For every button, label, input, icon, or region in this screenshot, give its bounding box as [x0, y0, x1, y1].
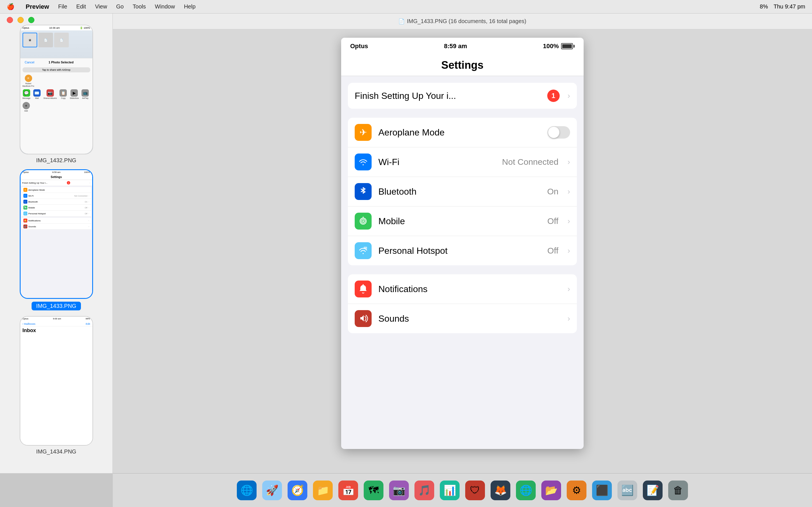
battery-fill: [562, 44, 572, 48]
mini-row-aeroplane: ✈ Aeroplane Mode: [22, 187, 91, 193]
share-app-label-photos: Shared Albums: [43, 97, 57, 99]
dock-terminal[interactable]: ⬛: [592, 481, 612, 500]
airplay-icon: 📺: [82, 89, 89, 97]
fullscreen-button[interactable]: [28, 17, 35, 23]
menu-help[interactable]: Help: [184, 3, 195, 10]
dock-files[interactable]: 📁: [313, 481, 333, 500]
cancel-button[interactable]: Cancel: [25, 61, 35, 64]
notifications-chevron: ›: [567, 284, 570, 293]
mini-row-wifi-text: Wi-Fi: [29, 194, 73, 197]
thumbnail-preview-1: Optus 10:36 am 🔋 100% 🖥 📄 📄 Cancel 1 Pho…: [20, 25, 93, 154]
thumbnail-3[interactable]: Optus 9:00 am 99% ‹ Mailboxes Edit Inbox…: [8, 316, 104, 455]
share-app-airplay[interactable]: 📺 AirPlay: [82, 89, 89, 99]
sounds-label: Sounds: [378, 314, 559, 324]
menu-edit[interactable]: Edit: [76, 3, 86, 10]
menu-go[interactable]: Go: [116, 3, 124, 10]
mini-row-notifications-text: Notifications: [29, 219, 87, 222]
mini-wifi-chevron: ›: [89, 194, 89, 197]
share-sheet-top: Cancel 1 Photo Selected: [20, 58, 93, 66]
share-app-label-airplay: AirPlay: [82, 97, 88, 99]
thumbnail-preview-3: Optus 9:00 am 99% ‹ Mailboxes Edit Inbox: [20, 316, 93, 446]
dock-firefox[interactable]: 🦊: [491, 481, 510, 500]
dock-chrome[interactable]: 🌐: [516, 481, 536, 500]
dock-filezilla[interactable]: 📂: [541, 481, 561, 500]
menu-tools[interactable]: Tools: [133, 3, 146, 10]
aeroplane-label: Aeroplane Mode: [378, 127, 541, 138]
wifi-row[interactable]: Wi-Fi Not Connected ›: [348, 147, 577, 177]
mini-icon-aeroplane: ✈: [23, 188, 28, 192]
share-app-slideshow[interactable]: ▶ Slideshow: [70, 89, 79, 99]
thumbnail-2[interactable]: Optus 8:59 am 100% Settings Finish Setti…: [8, 169, 104, 311]
menu-window[interactable]: Window: [155, 3, 175, 10]
share-app-add[interactable]: + Add: [22, 102, 30, 112]
share-contact-robert[interactable]: R Robert MacBook Pro: [22, 75, 35, 87]
dock-launchpad[interactable]: 🚀: [262, 481, 282, 500]
apple-menu[interactable]: 🍎: [7, 3, 14, 10]
aeroplane-row[interactable]: ✈ Aeroplane Mode: [348, 118, 577, 147]
mini-row-hotspot-value: Off: [85, 213, 87, 215]
mini-status-carrier: Optus: [22, 26, 29, 29]
share-app-photos[interactable]: 📷 Shared Albums: [43, 89, 57, 99]
share-app-copy[interactable]: 📋 Copy: [59, 89, 67, 99]
ios-battery-pct: 100%: [543, 43, 559, 50]
mini-edit-button[interactable]: Edit: [86, 323, 90, 325]
close-button[interactable]: [7, 17, 13, 23]
minimize-button[interactable]: [17, 17, 24, 23]
document-icon: 📄: [398, 18, 405, 24]
airdrop-section: Tap to share with AirDrop: [22, 67, 90, 72]
mini-status-time-1: 10:36 am: [49, 26, 60, 29]
dock: 🌐 🚀 🧭 📁 📅 🗺 📷 🎵 📊 🛡 🦊 🌐 📂 ⚙ ⬛ 🔤 📝 🗑: [113, 473, 812, 507]
window-title: 📄 IMG_1433.PNG (16 documents, 16 total p…: [398, 18, 526, 24]
mini-row-mobile-text: Mobile: [29, 207, 84, 209]
dock-photos[interactable]: 📷: [389, 481, 409, 500]
finish-setup-row[interactable]: Finish Setting Up Your i... 1 ›: [348, 83, 577, 109]
bluetooth-chevron: ›: [567, 187, 570, 196]
mini-hotspot-chevron: ›: [89, 212, 89, 215]
share-app-message[interactable]: 💬 Message: [22, 89, 31, 99]
message-icon: 💬: [23, 89, 30, 97]
menu-bar-time: Thu 9:47 pm: [774, 3, 805, 10]
mini-nav-title: Settings: [20, 174, 92, 180]
mini-back-button[interactable]: ‹ Mailboxes: [22, 323, 36, 325]
battery-bar: [561, 43, 574, 49]
thumbnail-label-3: IMG_1434.PNG: [36, 448, 76, 455]
aeroplane-toggle[interactable]: [548, 126, 570, 138]
share-app-mail[interactable]: ✉️ Mail: [33, 89, 41, 99]
wifi-chevron: ›: [567, 158, 570, 166]
mobile-icon: [355, 213, 371, 230]
notifications-row[interactable]: Notifications ›: [348, 274, 577, 304]
dock-trash[interactable]: 🗑: [668, 481, 688, 500]
dock-numbers[interactable]: 📊: [440, 481, 460, 500]
share-sheet-title: 1 Photo Selected: [49, 61, 73, 64]
dock-maps[interactable]: 🗺: [364, 481, 384, 500]
dock-music[interactable]: 🎵: [414, 481, 434, 500]
dock-calendar[interactable]: 📅: [338, 481, 358, 500]
contact-name: Robert: [26, 82, 31, 84]
bluetooth-row[interactable]: Bluetooth On ›: [348, 177, 577, 207]
dock-finder[interactable]: 🌐: [237, 481, 257, 500]
wifi-icon: [355, 154, 371, 170]
bluetooth-label: Bluetooth: [378, 186, 541, 197]
notifications-icon: [355, 281, 371, 297]
mini-battery-3: 99%: [86, 318, 90, 320]
hotspot-value: Off: [547, 246, 558, 256]
dock-appcleaner[interactable]: 🛡: [465, 481, 485, 500]
thumbnail-1[interactable]: Optus 10:36 am 🔋 100% 🖥 📄 📄 Cancel 1 Pho…: [8, 25, 104, 164]
sounds-row[interactable]: Sounds ›: [348, 304, 577, 333]
mini-status-bar-3: Optus 9:00 am 99%: [20, 317, 93, 321]
share-app-label-mail: Mail: [35, 97, 39, 99]
dock-notes[interactable]: 📝: [643, 481, 663, 500]
wifi-value: Not Connected: [502, 157, 559, 167]
hotspot-row[interactable]: Personal Hotspot Off ›: [348, 236, 577, 265]
mini-finish-chevron: ›: [90, 182, 91, 184]
menu-bar: 🍎 Preview File Edit View Go Tools Window…: [0, 0, 812, 13]
dock-font-book[interactable]: 🔤: [617, 481, 637, 500]
menu-view[interactable]: View: [95, 3, 107, 10]
mobile-row[interactable]: Mobile Off ›: [348, 207, 577, 236]
mini-row-bluetooth: ⬡ Bluetooth On ›: [22, 199, 91, 205]
mini-inbox-screen: Optus 9:00 am 99% ‹ Mailboxes Edit Inbox: [20, 317, 93, 445]
dock-settings[interactable]: ⚙: [567, 481, 587, 500]
ios-settings-content[interactable]: Finish Setting Up Your i... 1 › ✈ Aeropl…: [341, 76, 583, 449]
menu-file[interactable]: File: [58, 3, 67, 10]
dock-safari[interactable]: 🧭: [288, 481, 307, 500]
